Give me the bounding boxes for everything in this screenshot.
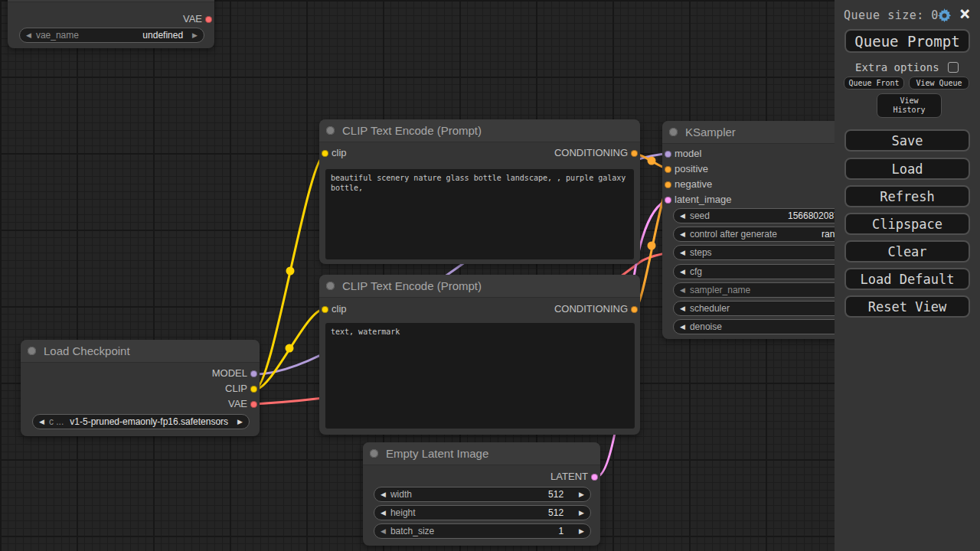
input-slot-clip[interactable]: clip bbox=[319, 302, 347, 317]
collapse-dot[interactable] bbox=[28, 347, 36, 355]
prev-arrow-icon[interactable]: ◀ bbox=[680, 227, 685, 241]
widget-label: sampler_name bbox=[690, 285, 750, 295]
prev-arrow-icon[interactable]: ◀ bbox=[680, 209, 685, 223]
output-label: CONDITIONING bbox=[554, 303, 628, 315]
output-slot-latent[interactable]: LATENT bbox=[550, 469, 600, 484]
prev-arrow-icon[interactable]: ◀ bbox=[26, 28, 31, 42]
node-title-bar[interactable]: CLIP Text Encode (Prompt) bbox=[319, 275, 640, 298]
widget-ckpt-name[interactable]: ◀ c ... v1-5-pruned-emaonly-fp16.safeten… bbox=[32, 414, 250, 429]
refresh-button[interactable]: Refresh bbox=[844, 185, 970, 207]
slot-dot-latent[interactable] bbox=[591, 474, 598, 481]
output-label: CONDITIONING bbox=[554, 147, 628, 158]
slot-dot-vae[interactable] bbox=[250, 401, 257, 408]
prev-arrow-icon[interactable]: ◀ bbox=[680, 246, 685, 259]
slot-dot-conditioning[interactable] bbox=[665, 181, 671, 188]
slot-dot-model[interactable] bbox=[250, 370, 257, 377]
save-button[interactable]: Save bbox=[844, 129, 970, 152]
settings-gear-icon[interactable] bbox=[937, 8, 952, 26]
node-title: CLIP Text Encode (Prompt) bbox=[342, 279, 482, 292]
next-arrow-icon[interactable]: ▶ bbox=[579, 524, 584, 538]
prev-arrow-icon[interactable]: ◀ bbox=[680, 302, 685, 315]
widget-vae-name[interactable]: ◀ vae_name undefined ▶ bbox=[19, 28, 204, 43]
widget-label: height bbox=[390, 507, 416, 518]
input-label: model bbox=[675, 148, 701, 159]
input-slot-latent-image[interactable]: latent_image bbox=[662, 192, 731, 207]
node-empty-latent-image[interactable]: Empty Latent Image LATENT ◀ width 512 ▶ … bbox=[363, 442, 600, 546]
widget-value: 512 bbox=[548, 489, 564, 500]
view-queue-button[interactable]: View Queue bbox=[909, 77, 969, 90]
next-arrow-icon[interactable]: ▶ bbox=[579, 506, 584, 520]
node-load-checkpoint[interactable]: Load Checkpoint MODEL CLIP VAE ◀ c ... v… bbox=[21, 340, 260, 436]
prev-arrow-icon[interactable]: ◀ bbox=[39, 415, 44, 429]
prev-arrow-icon[interactable]: ◀ bbox=[381, 524, 386, 538]
output-slot-vae[interactable]: VAE bbox=[228, 396, 260, 412]
load-default-button[interactable]: Load Default bbox=[844, 268, 970, 290]
collapse-dot[interactable] bbox=[370, 449, 378, 458]
clipspace-button[interactable]: Clipspace bbox=[844, 213, 970, 235]
comfy-menu-panel: Queue size: 0 × Queue Prompt Extra optio… bbox=[835, 0, 980, 551]
input-label: clip bbox=[332, 303, 347, 315]
node-clip-text-encode-negative[interactable]: CLIP Text Encode (Prompt) clip CONDITION… bbox=[319, 275, 640, 435]
extra-options-checkbox[interactable] bbox=[948, 62, 959, 73]
widget-value: 1 bbox=[558, 526, 564, 536]
prompt-textarea[interactable]: text, watermark bbox=[325, 323, 635, 429]
output-label: CLIP bbox=[225, 383, 247, 394]
slot-dot-latent[interactable] bbox=[665, 197, 671, 204]
slot-dot-model[interactable] bbox=[665, 151, 671, 158]
output-label: VAE bbox=[228, 398, 247, 409]
widget-label: vae_name bbox=[36, 30, 79, 41]
prev-arrow-icon[interactable]: ◀ bbox=[680, 265, 685, 279]
node-title-bar[interactable]: Load Checkpoint bbox=[21, 340, 260, 363]
slot-dot-clip[interactable] bbox=[250, 386, 257, 393]
widget-value: 512 bbox=[548, 507, 564, 518]
input-slot-negative[interactable]: negative bbox=[662, 177, 712, 192]
node-title-bar[interactable] bbox=[8, 0, 214, 2]
next-arrow-icon[interactable]: ▶ bbox=[579, 487, 584, 501]
prev-arrow-icon[interactable]: ◀ bbox=[381, 487, 386, 501]
node-title-bar[interactable]: Empty Latent Image bbox=[363, 442, 600, 465]
output-slot-model[interactable]: MODEL bbox=[212, 366, 260, 381]
load-button[interactable]: Load bbox=[844, 158, 970, 180]
slot-dot-clip[interactable] bbox=[322, 150, 328, 157]
prev-arrow-icon[interactable]: ◀ bbox=[381, 506, 386, 520]
clear-button[interactable]: Clear bbox=[844, 240, 970, 262]
view-history-button[interactable]: View History bbox=[877, 93, 942, 118]
slot-dot-vae[interactable] bbox=[205, 16, 212, 23]
next-arrow-icon[interactable]: ▶ bbox=[192, 28, 198, 42]
input-slot-model[interactable]: model bbox=[662, 146, 701, 161]
queue-front-button[interactable]: Queue Front bbox=[844, 77, 904, 90]
extra-options-label: Extra options bbox=[855, 61, 939, 73]
widget-value: 1566802087 bbox=[788, 209, 839, 223]
close-icon[interactable]: × bbox=[959, 3, 970, 24]
node-title: Load Checkpoint bbox=[44, 344, 130, 357]
widget-label: batch_size bbox=[390, 526, 434, 536]
reset-view-button[interactable]: Reset View bbox=[844, 295, 970, 318]
node-clip-text-encode-positive[interactable]: CLIP Text Encode (Prompt) clip CONDITION… bbox=[319, 119, 640, 264]
collapse-dot[interactable] bbox=[326, 126, 335, 135]
slot-dot-clip[interactable] bbox=[322, 306, 328, 313]
slot-dot-conditioning[interactable] bbox=[631, 306, 638, 313]
output-slot-conditioning[interactable]: CONDITIONING bbox=[554, 302, 640, 317]
queue-prompt-button[interactable]: Queue Prompt bbox=[844, 29, 970, 53]
widget-batch-size[interactable]: ◀ batch_size 1 ▶ bbox=[374, 523, 591, 539]
next-arrow-icon[interactable]: ▶ bbox=[237, 415, 243, 429]
node-load-vae[interactable]: VAE ◀ vae_name undefined ▶ bbox=[8, 0, 214, 48]
collapse-dot[interactable] bbox=[326, 282, 335, 290]
prev-arrow-icon[interactable]: ◀ bbox=[680, 283, 685, 297]
prev-arrow-icon[interactable]: ◀ bbox=[680, 320, 685, 334]
output-slot-vae[interactable]: VAE bbox=[183, 11, 214, 27]
widget-height[interactable]: ◀ height 512 ▶ bbox=[374, 505, 591, 520]
input-label: latent_image bbox=[675, 194, 731, 205]
widget-label: denoise bbox=[690, 321, 722, 332]
output-label: LATENT bbox=[550, 471, 588, 482]
input-slot-positive[interactable]: positive bbox=[662, 161, 708, 177]
input-slot-clip[interactable]: clip bbox=[319, 145, 347, 161]
slot-dot-conditioning[interactable] bbox=[631, 150, 638, 157]
prompt-textarea[interactable]: beautiful scenery nature glass bottle la… bbox=[325, 169, 634, 259]
node-title-bar[interactable]: CLIP Text Encode (Prompt) bbox=[319, 119, 640, 142]
output-slot-conditioning[interactable]: CONDITIONING bbox=[554, 145, 640, 161]
output-slot-clip[interactable]: CLIP bbox=[225, 381, 260, 396]
collapse-dot[interactable] bbox=[669, 128, 678, 136]
slot-dot-conditioning[interactable] bbox=[665, 166, 671, 173]
widget-width[interactable]: ◀ width 512 ▶ bbox=[374, 487, 591, 502]
